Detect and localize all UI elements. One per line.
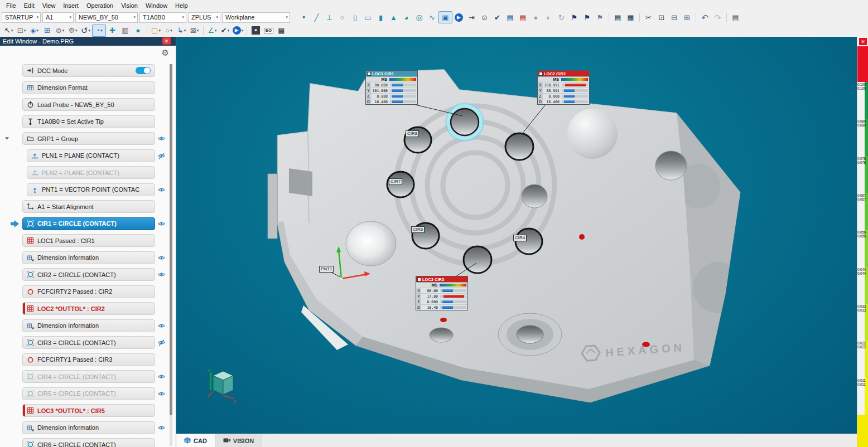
command-cir5-circle-contact[interactable]: CIR5 = CIRCLE (CONTACT) [22, 387, 155, 400]
eye-icon[interactable] [158, 271, 165, 278]
cut-icon[interactable]: ✂ [642, 12, 655, 23]
chevron-down-icon[interactable]: ▾ [197, 28, 199, 33]
chevron-down-icon[interactable]: ▾ [215, 28, 217, 33]
redo-icon[interactable]: ↷ [711, 12, 724, 23]
probe-mode-icon[interactable]: ◈▾ [28, 25, 41, 36]
mark-check-icon[interactable]: ✔ [491, 12, 504, 23]
chevron-down-icon[interactable]: ▾ [11, 28, 13, 33]
eye-off-icon[interactable] [158, 339, 165, 346]
translate-axes-icon[interactable]: ✚ [106, 25, 119, 36]
command-cir1-circle-contact[interactable]: CIR1 = CIRCLE (CONTACT) [22, 217, 155, 230]
circle-feature-icon[interactable]: ○ [336, 12, 349, 23]
cylinder-feature-icon[interactable]: ▯ [349, 12, 361, 23]
sphere-icon[interactable]: ◕ [400, 12, 413, 23]
measurement-table-loc3-cir5[interactable]: LOC3 CIR5MSX80.00Y17.00Z0.000D16.40 [416, 276, 468, 310]
command-loc2-outtol-cir2[interactable]: LOC2 *OUTTOL* : CIR2 [22, 302, 155, 315]
command-cir4-circle-contact[interactable]: CIR4 = CIRCLE (CONTACT) [22, 370, 155, 383]
sphere-half-gray-icon[interactable]: ◐ [542, 12, 555, 23]
command-t1a0b0-set-active-tip[interactable]: T1A0B0 = Set Active Tip [22, 115, 155, 128]
scan-icon[interactable]: ▣ [438, 11, 452, 23]
eye-icon[interactable] [158, 135, 165, 142]
command-pln2-plane-contact[interactable]: PLN2 = PLANE (CONTACT) [27, 166, 155, 179]
chevron-down-icon[interactable]: ▾ [62, 28, 65, 33]
command-load-probe-new5-by-50[interactable]: Load Probe - NEW5_BY_50 [22, 98, 155, 111]
paste-special-icon[interactable]: ⊞ [681, 12, 693, 23]
command-cir2-circle-contact[interactable]: CIR2 = CIRCLE (CONTACT) [22, 268, 155, 281]
command-dimension-information[interactable]: Dimension Information [22, 421, 155, 434]
measurement-table-loc1-cir1[interactable]: LOC1 CIR1MSX80.000Y101.000Z0.000D16.400 [365, 70, 418, 105]
menu-insert[interactable]: Insert [59, 0, 83, 11]
bookmark-icon[interactable]: ⚑ [568, 12, 581, 23]
view-cube[interactable]: Y X [208, 368, 237, 404]
execute-play-icon[interactable]: ▶ [452, 12, 465, 23]
slot-feature-icon[interactable]: ▭ [361, 12, 374, 23]
pointer-z-icon[interactable]: ↳▾ [175, 25, 188, 36]
command-pnt1-vector-point-contac[interactable]: PNT1 = VECTOR POINT (CONTAC [27, 183, 155, 196]
menu-vision[interactable]: Vision [117, 0, 142, 11]
camera-icon[interactable]: ● [249, 25, 262, 36]
chevron-down-icon[interactable]: ▾ [75, 28, 78, 33]
bookmark-next-icon[interactable]: ⚑ [581, 12, 594, 23]
chevron-down-icon[interactable]: ▾ [158, 28, 161, 33]
view-orbit-icon[interactable]: ⊡▾ [15, 25, 28, 36]
eye-icon[interactable] [158, 186, 165, 193]
cone-icon[interactable]: ▲ [387, 12, 400, 23]
menu-window[interactable]: Window [142, 0, 171, 11]
comment-bubble-icon[interactable]: ⊜▾ [54, 25, 66, 36]
tab-vision[interactable]: VISION [215, 434, 262, 447]
edit-window-settings-icon[interactable]: ⚙ [162, 48, 169, 58]
command-fcfcirty2-passed-cir2[interactable]: FCFCIRTY2 Passed : CIR2 [22, 285, 155, 298]
rotate-ccw-icon[interactable]: ↺▾ [79, 25, 92, 36]
measurement-table-loc2-cir2[interactable]: LOC2 CIR2MSX168.991Y88.991Z0.000D16.400 [537, 70, 590, 105]
cylinder-solid-icon[interactable]: ▮ [374, 12, 387, 23]
chevron-down-icon[interactable]: ▾ [100, 28, 103, 33]
graph-icon[interactable]: ▥ [119, 25, 132, 36]
doc-reject-icon[interactable]: ▤ [517, 12, 529, 23]
angle-measure-icon[interactable]: ∠▾ [206, 25, 219, 36]
zoom-all-icon[interactable]: ⊞ [41, 25, 54, 36]
command-dimension-information[interactable]: Dimension Information [22, 251, 155, 264]
paste-icon[interactable]: ⊟ [668, 12, 681, 23]
report-icon[interactable]: ▤ [611, 12, 624, 23]
doc-verify-icon[interactable]: ▤ [504, 12, 517, 23]
plane-icon[interactable]: ⊥ [323, 12, 336, 23]
eye-icon[interactable] [158, 424, 165, 431]
alignment-combo[interactable]: A1▾ [42, 12, 74, 23]
eye-icon[interactable] [158, 220, 165, 227]
color-scale-close-button[interactable]: ✕ [859, 38, 867, 45]
execute-play2-icon[interactable]: ▶▾ [232, 25, 244, 36]
edit-window-scrollbar[interactable] [170, 64, 172, 446]
eye-off-icon[interactable] [158, 152, 165, 159]
print-icon[interactable]: ▤ [729, 12, 742, 23]
menu-help[interactable]: Help [171, 0, 192, 11]
chevron-down-icon[interactable]: ▾ [36, 28, 38, 33]
command-dimension-format[interactable]: Dimension Format [22, 81, 155, 94]
command-grp1-group[interactable]: GRP1 = Group [22, 132, 155, 145]
workplane-combo[interactable]: ZPLUS▾ [188, 12, 220, 23]
expander-icon[interactable] [4, 136, 9, 141]
sphere-gray-icon[interactable]: ● [529, 12, 542, 23]
probe-file-combo[interactable]: NEW5_BY_50▾ [75, 12, 138, 23]
command-cir6-circle-contact[interactable]: CIR6 = CIRCLE (CONTACT) [22, 438, 155, 447]
scrollbar-thumb[interactable] [170, 64, 172, 415]
command-dcc-mode[interactable]: DCC Mode [22, 64, 155, 77]
chevron-down-icon[interactable]: ▾ [24, 28, 26, 33]
chevron-down-icon[interactable]: ▾ [184, 28, 186, 33]
eye-icon[interactable] [158, 373, 165, 380]
report-grid-icon[interactable]: ▦ [624, 12, 637, 23]
curve-icon[interactable]: ∿ [426, 12, 438, 23]
select-pointer-icon[interactable]: ↖▾ [2, 25, 15, 36]
active-tip-combo[interactable]: T1A0B0▾ [139, 12, 186, 23]
menu-file[interactable]: File [2, 0, 20, 11]
command-cir3-circle-contact[interactable]: CIR3 = CIRCLE (CONTACT) [22, 336, 155, 349]
undo-icon[interactable]: ↶ [698, 12, 711, 23]
command-loc3-outtol-cir5[interactable]: LOC3 *OUTTOL* : CIR5 [22, 404, 155, 417]
eye-icon[interactable] [158, 254, 165, 261]
startup-combo[interactable]: STARTUP▾ [2, 12, 41, 23]
section-box-icon[interactable]: ⊠▾ [188, 25, 201, 36]
edit-window-close-button[interactable]: ✕ [162, 37, 171, 45]
highlight-circle-icon[interactable]: ○▾ [162, 25, 175, 36]
wireframe-box-icon[interactable]: ▢▾ [150, 25, 162, 36]
copy-icon[interactable]: ⊡ [655, 12, 668, 23]
eye-icon[interactable] [158, 390, 165, 397]
